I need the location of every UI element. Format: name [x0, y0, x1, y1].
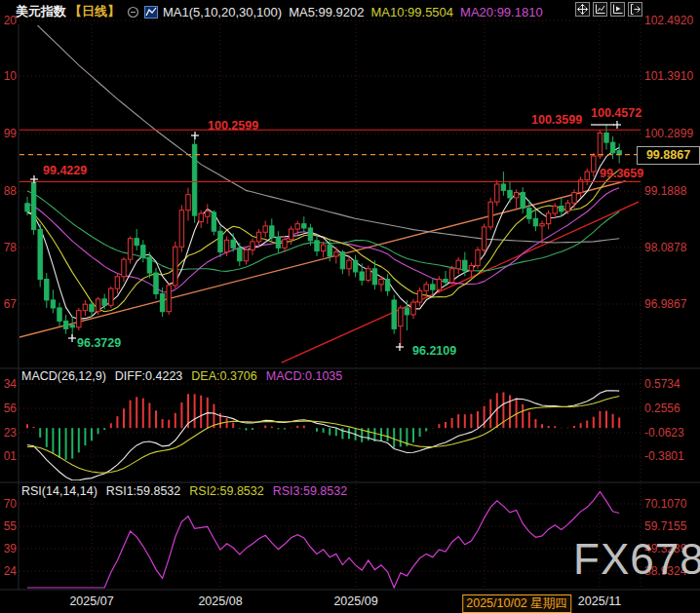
axis-label-left-clipped: 23 — [1, 426, 17, 440]
axis-label-left-clipped: 39 — [1, 542, 17, 556]
axis-label-left-clipped: 20 — [1, 14, 17, 27]
swing-price-label: 99.3659 — [600, 167, 643, 180]
move-crosshair-button[interactable] — [575, 2, 590, 17]
axis-label-left-clipped: 34 — [1, 377, 17, 391]
axis-label-left-clipped: 55 — [1, 519, 17, 533]
axis-label-left-clipped: 10 — [1, 69, 17, 83]
chart-window: 美元指数 【日线】 MA1(5,10,20,30,100) MA5:99.920… — [0, 0, 700, 613]
ma5-value: MA5:99.9202 — [289, 5, 364, 19]
date-axis-label: 2025/11 — [578, 594, 621, 608]
axis-label-right: 70.1070 — [644, 497, 686, 511]
swing-price-label: 100.3599 — [531, 113, 582, 127]
ma20-value: MA20:99.1810 — [460, 5, 543, 19]
swing-price-label: 100.2599 — [208, 119, 258, 133]
date-axis-label: 2025/08 — [198, 594, 242, 608]
rsi1-value: RSI1:59.8532 — [106, 484, 180, 498]
macd-pane-header: MACD(26,12,9) DIFF:0.4223 DEA:0.3706 MAC… — [21, 369, 342, 383]
axis-label-right: 0.5734 — [644, 377, 681, 391]
rsi-line — [27, 492, 619, 588]
axis-label-right: -0.3801 — [644, 449, 684, 463]
axis-label-left-clipped: 88 — [1, 184, 17, 198]
macd-settings-label: MACD(26,12,9) — [21, 369, 106, 383]
macd-dea-value: DEA:0.3706 — [191, 369, 256, 383]
axis-label-left-clipped: 99 — [1, 127, 17, 140]
macd-diff-value: DIFF:0.4223 — [115, 369, 182, 383]
macd-dea-line — [27, 397, 619, 474]
axis-label-right: 102.4920 — [644, 14, 693, 27]
symbol-name: 美元指数 — [16, 3, 66, 20]
rsi-pane[interactable] — [27, 492, 619, 588]
swing-price-label: 100.4572 — [591, 106, 642, 120]
date-axis-label: 2025/10/02 星期四 — [462, 594, 571, 613]
exit-forward-button[interactable] — [628, 2, 642, 17]
scale-axis-button[interactable] — [593, 2, 607, 17]
swing-price-label: 96.2109 — [412, 344, 456, 358]
axis-label-right: 99.1888 — [644, 184, 686, 198]
main-chart-header: 美元指数 【日线】 MA1(5,10,20,30,100) MA5:99.920… — [16, 3, 543, 20]
axis-label-right: 100.2899 — [644, 127, 693, 140]
price-chart-canvas[interactable] — [0, 0, 700, 613]
date-axis-label: 2025/07 — [69, 594, 113, 608]
last-price-box: 99.8867 — [637, 146, 700, 165]
axis-label-left-clipped: 67 — [1, 297, 17, 311]
date-axis-label: 2025/09 — [333, 594, 377, 608]
chart-toolbar — [575, 2, 642, 17]
axis-label-left-clipped: 56 — [1, 402, 17, 415]
playback-button[interactable] — [610, 2, 625, 17]
axis-label-right: 59.7155 — [644, 519, 686, 533]
rsi-pane-header: RSI(14,14,14) RSI1:59.8532 RSI2:59.8532 … — [21, 484, 347, 498]
main-pane[interactable] — [18, 16, 639, 363]
axis-label-right: -0.0623 — [644, 426, 684, 440]
axis-label-left-clipped: 78 — [1, 241, 17, 254]
axis-label-left-clipped: 70 — [1, 497, 17, 511]
indicator-chart-icon[interactable] — [144, 6, 158, 19]
axis-label-right: 98.0878 — [644, 241, 686, 254]
ma-settings-label: MA1(5,10,20,30,100) — [163, 5, 282, 19]
macd-diff-line — [27, 391, 619, 480]
rsi-settings-label: RSI(14,14,14) — [21, 484, 97, 498]
rsi2-value: RSI2:59.8532 — [189, 484, 263, 498]
ma10-value: MA10:99.5504 — [370, 5, 453, 19]
watermark: FX678 — [573, 535, 700, 584]
swing-price-label: 99.4229 — [43, 164, 87, 177]
macd-hist-value: MACD:0.1035 — [266, 369, 343, 383]
trendline-steep-uptrend — [282, 202, 639, 363]
axis-label-left-clipped: 24 — [1, 564, 17, 578]
axis-label-right: 101.3910 — [644, 69, 693, 83]
zoom-out-icon[interactable] — [127, 6, 139, 19]
rsi3-value: RSI3:59.8532 — [273, 484, 347, 498]
axis-label-right: 96.9867 — [644, 297, 686, 311]
ma5-line — [27, 148, 619, 320]
axis-label-left-clipped: 01 — [1, 449, 17, 463]
swing-price-label: 96.3729 — [77, 336, 121, 350]
period-label: 【日线】 — [69, 3, 120, 20]
macd-pane[interactable] — [27, 391, 619, 480]
axis-label-right: 0.2556 — [644, 402, 681, 415]
